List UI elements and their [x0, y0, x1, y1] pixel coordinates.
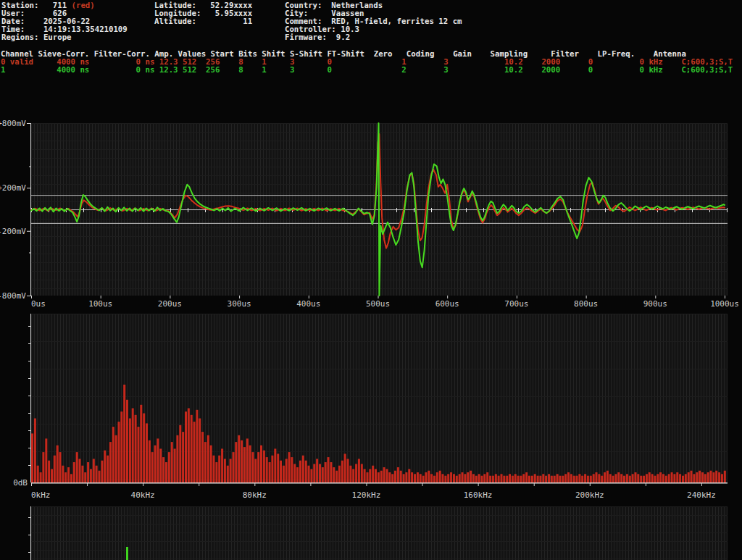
- channel-table-row: 1 4000 ns 0 ns 12.3 512 256 8 1 3 0 2 3 …: [1, 66, 733, 74]
- waveform-x-ticks: [32, 296, 725, 298]
- x-axis-label: 0us: [31, 299, 46, 309]
- x-axis-label: 700us: [504, 299, 528, 309]
- x-axis-label: 160kHz: [464, 490, 493, 500]
- info-line: Altitude: 11: [154, 17, 252, 25]
- x-axis-label: 0kHz: [31, 490, 51, 500]
- y-axis-label: +800mV: [0, 119, 26, 128]
- x-axis-label: 900us: [643, 299, 667, 309]
- x-axis-label: 40kHz: [131, 490, 155, 500]
- x-axis-label: 240kHz: [687, 490, 716, 500]
- y-axis-label: +200mV: [0, 183, 26, 193]
- spectrum-x-labels: 0kHz40kHz80kHz120kHz160kHz200kHz240kHz: [31, 490, 716, 500]
- station-info-column-3: Country: NetherlandsCity: VaassenComment…: [285, 1, 462, 41]
- info-label: Firmware:: [285, 33, 336, 42]
- x-axis-label: 300us: [228, 299, 251, 309]
- signal-viewer-screen: Station: 711 (red)User: 626Date: 2025-06…: [0, 0, 742, 560]
- spectrum-y-label: 0dB: [13, 478, 28, 488]
- x-axis-label: 1000us: [710, 299, 739, 309]
- x-axis-label: 800us: [574, 299, 598, 309]
- x-axis-label: 600us: [435, 299, 459, 309]
- info-value: 9.2: [336, 33, 350, 42]
- waveform-y-labels: +800mV+200mV-200mV-800mV: [0, 119, 26, 301]
- info-note: (red): [67, 1, 95, 10]
- x-axis-label: 200us: [158, 299, 182, 309]
- x-axis-label: 120kHz: [352, 490, 381, 500]
- info-value: Europe: [43, 33, 72, 42]
- info-line: Regions: Europe: [1, 33, 128, 41]
- channel-table: Channel Sieve-Corr. Filter-Corr. Amp. Va…: [1, 50, 733, 74]
- x-axis-label: 200kHz: [575, 490, 604, 500]
- waveform-x-labels: 0us100us200us300us400us500us600us700us80…: [31, 299, 739, 309]
- spectrum-chart-green-partial: [0, 503, 742, 560]
- station-info-column-2: Latitude: 52.29xxxxLongitude: 5.95xxxxAl…: [154, 1, 252, 25]
- spectrum2-bar: [126, 547, 128, 560]
- x-axis-label: 500us: [366, 299, 390, 309]
- spectrum2-plot-area: [31, 506, 728, 560]
- info-label: Altitude:: [154, 17, 243, 26]
- y-axis-label: -800mV: [0, 291, 26, 301]
- x-axis-label: 80kHz: [243, 490, 267, 500]
- info-value: 11: [243, 17, 252, 26]
- info-label: Regions:: [1, 33, 43, 42]
- x-axis-label: 400us: [296, 299, 320, 309]
- info-line: Firmware: 9.2: [285, 33, 462, 41]
- x-axis-label: 100us: [88, 299, 112, 309]
- station-info-column-1: Station: 711 (red)User: 626Date: 2025-06…: [1, 1, 128, 41]
- waveform-chart: +800mV+200mV-200mV-800mV0us100us200us300…: [0, 116, 742, 313]
- spectrum-chart-red: 0kHz40kHz80kHz120kHz160kHz200kHz240kHz0d…: [0, 313, 742, 503]
- y-axis-label: -200mV: [0, 227, 26, 236]
